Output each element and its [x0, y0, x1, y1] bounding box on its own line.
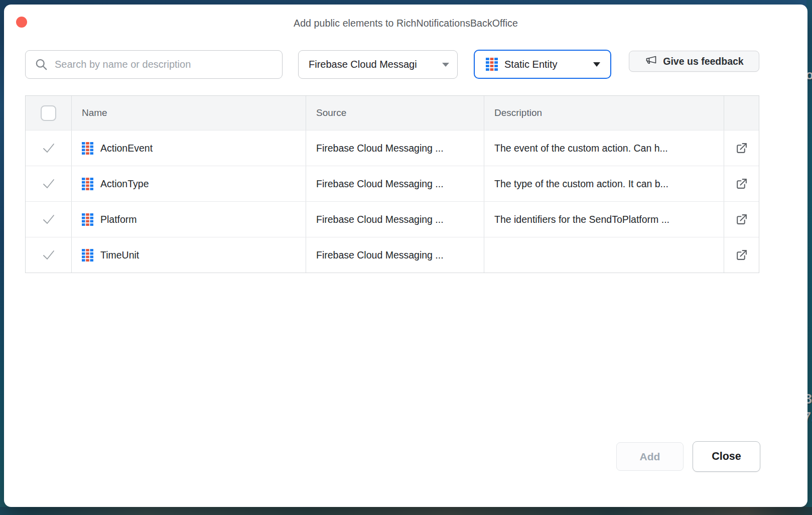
- type-filter-value: Static Entity: [504, 59, 593, 70]
- background-bottom-band: [0, 507, 812, 515]
- check-icon: [42, 143, 55, 154]
- header-name-label: Name: [82, 107, 107, 118]
- header-action-cell: [724, 96, 759, 130]
- external-link-icon[interactable]: [735, 249, 748, 262]
- row-check-cell[interactable]: [26, 166, 72, 201]
- row-name-cell: ActionEvent: [72, 131, 306, 166]
- element-name: ActionEvent: [100, 143, 153, 154]
- source-filter-dropdown[interactable]: Firebase Cloud Messagi: [298, 50, 458, 79]
- search-input[interactable]: Search by name or description: [25, 50, 283, 79]
- desktop-background: { "window": { "title": "Add public eleme…: [0, 0, 812, 515]
- static-entity-icon: [486, 58, 498, 71]
- give-feedback-label: Give us feedback: [663, 56, 743, 67]
- external-link-icon[interactable]: [735, 142, 748, 155]
- element-name: TimeUnit: [100, 249, 139, 261]
- element-description: The type of the custom action. It can b.…: [494, 178, 668, 190]
- source-filter-value: Firebase Cloud Messagi: [309, 59, 442, 70]
- row-source-cell: Firebase Cloud Messaging ...: [306, 166, 484, 201]
- add-public-elements-dialog: Add public elements to RichNotifications…: [4, 5, 807, 507]
- row-check-cell[interactable]: [26, 237, 72, 273]
- header-source-label: Source: [316, 107, 346, 118]
- element-source: Firebase Cloud Messaging ...: [316, 143, 444, 154]
- table-row[interactable]: TimeUnit Firebase Cloud Messaging ...: [26, 237, 759, 273]
- row-source-cell: Firebase Cloud Messaging ...: [306, 131, 484, 166]
- row-description-cell: The event of the custom action. Can h...: [484, 131, 724, 166]
- chevron-down-icon: [593, 62, 600, 67]
- row-check-cell[interactable]: [26, 202, 72, 237]
- row-description-cell: The identifiers for the SendToPlatform .…: [484, 202, 724, 237]
- give-feedback-button[interactable]: Give us feedback: [629, 51, 759, 72]
- row-name-cell: ActionType: [72, 166, 306, 201]
- table-row[interactable]: ActionEvent Firebase Cloud Messaging ...…: [26, 130, 759, 166]
- elements-table: Name Source Description ActionEvent Fire…: [25, 95, 759, 273]
- row-source-cell: Firebase Cloud Messaging ...: [306, 237, 484, 273]
- external-link-icon[interactable]: [735, 213, 748, 226]
- header-name: Name: [72, 96, 306, 130]
- row-description-cell: The type of the custom action. It can b.…: [484, 166, 724, 201]
- table-row[interactable]: Platform Firebase Cloud Messaging ... Th…: [26, 201, 759, 237]
- header-description: Description: [484, 96, 724, 130]
- element-name: ActionType: [100, 178, 149, 190]
- static-entity-icon: [82, 249, 93, 262]
- element-source: Firebase Cloud Messaging ...: [316, 214, 444, 225]
- row-name-cell: Platform: [72, 202, 306, 237]
- static-entity-icon: [82, 213, 93, 226]
- element-name: Platform: [100, 214, 137, 225]
- check-icon: [42, 178, 55, 189]
- header-checkbox-cell: [26, 96, 72, 130]
- external-link-icon[interactable]: [735, 178, 748, 190]
- dialog-title: Add public elements to RichNotifications…: [4, 18, 807, 29]
- header-source: Source: [306, 96, 484, 130]
- row-action-cell[interactable]: [724, 166, 759, 201]
- check-icon: [42, 249, 55, 261]
- element-source: Firebase Cloud Messaging ...: [316, 249, 444, 261]
- table-row[interactable]: ActionType Firebase Cloud Messaging ... …: [26, 166, 759, 201]
- table-header-row: Name Source Description: [26, 96, 759, 130]
- static-entity-icon: [82, 178, 93, 190]
- header-description-label: Description: [494, 107, 542, 118]
- row-action-cell[interactable]: [724, 131, 759, 166]
- type-filter-dropdown[interactable]: Static Entity: [474, 50, 611, 79]
- element-source: Firebase Cloud Messaging ...: [316, 178, 444, 190]
- row-action-cell[interactable]: [724, 237, 759, 273]
- row-check-cell[interactable]: [26, 131, 72, 166]
- row-description-cell: [484, 237, 724, 273]
- static-entity-icon: [82, 142, 93, 155]
- element-description: The event of the custom action. Can h...: [494, 143, 668, 154]
- close-button[interactable]: Close: [693, 441, 760, 472]
- megaphone-icon: [644, 55, 658, 67]
- check-icon: [42, 214, 55, 225]
- chevron-down-icon: [442, 63, 449, 67]
- select-all-checkbox[interactable]: [41, 105, 56, 121]
- add-button[interactable]: Add: [616, 442, 684, 471]
- row-action-cell[interactable]: [724, 202, 759, 237]
- row-name-cell: TimeUnit: [72, 237, 306, 273]
- element-description: The identifiers for the SendToPlatform .…: [494, 214, 669, 225]
- row-source-cell: Firebase Cloud Messaging ...: [306, 202, 484, 237]
